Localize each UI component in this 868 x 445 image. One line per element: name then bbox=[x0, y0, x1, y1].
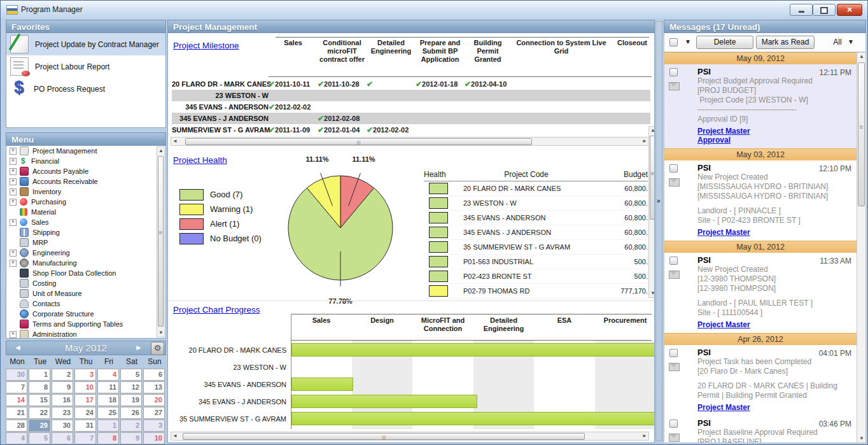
scroll-down-icon[interactable]: ▼ bbox=[858, 435, 865, 442]
menu-item-corporate-structure[interactable]: Corporate Structure bbox=[6, 309, 165, 319]
expand-icon[interactable]: + bbox=[10, 158, 17, 165]
project-milestone-link[interactable]: Project Milestone bbox=[173, 41, 239, 50]
calendar-day-cell[interactable]: 26 bbox=[120, 407, 142, 419]
calendar-next-icon[interactable]: ► bbox=[135, 341, 143, 355]
expand-icon[interactable]: + bbox=[10, 260, 17, 267]
calendar-day-cell[interactable]: 30 bbox=[6, 369, 27, 381]
calendar-day-cell[interactable]: 11 bbox=[97, 381, 119, 393]
close-button[interactable]: ✕ bbox=[837, 4, 862, 16]
calendar-day-cell[interactable]: 31 bbox=[74, 420, 96, 432]
messages-scrollbar-thumb[interactable] bbox=[858, 62, 865, 206]
calendar-gear-icon[interactable]: ⚙ bbox=[151, 342, 164, 355]
calendar-day-cell[interactable]: 3 bbox=[143, 420, 165, 432]
message-checkbox[interactable] bbox=[669, 257, 678, 265]
mark-as-read-button[interactable]: Mark as Read bbox=[756, 36, 815, 49]
scroll-left-icon[interactable]: ◄ bbox=[171, 432, 179, 440]
menu-item-costing[interactable]: Costing bbox=[6, 278, 165, 288]
message-checkbox[interactable] bbox=[669, 164, 678, 173]
calendar-day-cell[interactable]: 2 bbox=[52, 369, 73, 381]
progress-hscrollbar[interactable]: ◄ ► bbox=[171, 432, 649, 441]
calendar-day-cell[interactable]: 4 bbox=[97, 369, 119, 381]
calendar-day-cell[interactable]: 10 bbox=[143, 432, 165, 444]
scroll-left-icon[interactable]: ◄ bbox=[171, 138, 179, 145]
calendar-day-cell[interactable]: 13 bbox=[143, 381, 165, 393]
favorites-item-project-update-by-contract-manager[interactable]: Project Update by Contract Manager bbox=[6, 33, 165, 55]
expand-icon[interactable]: + bbox=[10, 148, 17, 155]
menu-item-material[interactable]: Material bbox=[6, 207, 165, 217]
filter-dropdown[interactable]: All bbox=[825, 36, 850, 49]
calendar-day-cell[interactable]: 19 bbox=[120, 394, 142, 406]
menu-item-terms-and-supporting-tables[interactable]: Terms and Supporting Tables bbox=[6, 319, 165, 329]
message-checkbox[interactable] bbox=[669, 68, 678, 76]
health-vscrollbar[interactable]: ▲ ▼ bbox=[648, 126, 655, 298]
messages-scrollbar[interactable]: ▲ ▼ bbox=[857, 52, 866, 443]
menu-item-inventory[interactable]: +Inventory bbox=[6, 187, 165, 197]
calendar-day-cell[interactable]: 14 bbox=[6, 394, 27, 406]
calendar-day-cell[interactable]: 4 bbox=[6, 432, 27, 444]
calendar-day-cell[interactable]: 5 bbox=[120, 369, 142, 381]
project-chart-progress-link[interactable]: Project Chart Progress bbox=[173, 305, 260, 314]
calendar-day-cell[interactable]: 17 bbox=[74, 394, 96, 406]
menu-item-administration[interactable]: +Administration bbox=[6, 329, 165, 339]
panel-splitter[interactable]: » bbox=[655, 21, 662, 441]
calendar-day-cell[interactable]: 8 bbox=[29, 381, 50, 393]
calendar-day-cell[interactable]: 6 bbox=[52, 432, 73, 444]
calendar-day-cell[interactable]: 21 bbox=[6, 407, 27, 419]
message-link-project-master[interactable]: Project Master bbox=[697, 320, 750, 329]
calendar-day-cell[interactable]: 10 bbox=[74, 381, 96, 393]
message-link-project-master[interactable]: Project Master bbox=[697, 228, 750, 237]
menu-item-contacts[interactable]: Contacts bbox=[6, 299, 165, 309]
menu-item-shipping[interactable]: Shipping bbox=[6, 227, 165, 237]
splitter-chevron-icon[interactable]: » bbox=[657, 197, 661, 204]
calendar-day-cell[interactable]: 23 bbox=[52, 407, 73, 419]
milestone-hscrollbar[interactable]: ◄ ► bbox=[171, 137, 649, 146]
calendar-day-cell[interactable]: 7 bbox=[74, 432, 96, 444]
calendar-day-cell[interactable]: 1 bbox=[97, 420, 119, 432]
message-link-approval[interactable]: Approval bbox=[697, 136, 731, 145]
scroll-up-icon[interactable]: ▲ bbox=[157, 147, 165, 155]
calendar-day-cell[interactable]: 15 bbox=[29, 394, 50, 406]
scroll-down-icon[interactable]: ▼ bbox=[157, 329, 165, 337]
project-health-link[interactable]: Project Health bbox=[173, 155, 227, 165]
expand-icon[interactable]: + bbox=[10, 199, 17, 206]
delete-button[interactable]: Delete bbox=[696, 36, 753, 49]
milestone-hscrollbar-thumb[interactable] bbox=[185, 138, 532, 145]
calendar-day-cell[interactable]: 24 bbox=[74, 407, 96, 419]
calendar-day-cell[interactable]: 8 bbox=[97, 432, 119, 444]
favorites-item-project-labour-report[interactable]: Project Labour Report bbox=[6, 55, 165, 78]
calendar-day-cell[interactable]: 2 bbox=[120, 420, 142, 432]
menu-item-accounts-receivable[interactable]: +Accounts Receivable bbox=[6, 176, 165, 187]
calendar-day-cell[interactable]: 16 bbox=[52, 394, 73, 406]
calendar-day-cell[interactable]: 5 bbox=[29, 432, 50, 444]
calendar-day-cell[interactable]: 20 bbox=[143, 394, 165, 406]
menu-scrollbar-thumb[interactable] bbox=[158, 156, 164, 327]
maximize-button[interactable] bbox=[813, 4, 836, 16]
favorites-item-po-process-request[interactable]: PO Process Request bbox=[6, 78, 165, 100]
calendar-day-cell[interactable]: 9 bbox=[52, 381, 73, 393]
calendar-day-cell[interactable]: 22 bbox=[29, 407, 50, 419]
calendar-day-cell[interactable]: 3 bbox=[74, 369, 96, 381]
menu-item-sales[interactable]: +Sales bbox=[6, 217, 165, 227]
menu-item-manufacturing[interactable]: +Manufacturing bbox=[6, 258, 165, 268]
menu-item-project-management[interactable]: +Project Management bbox=[6, 146, 165, 156]
menu-item-engineering[interactable]: +Engineering bbox=[6, 248, 165, 258]
expand-icon[interactable]: + bbox=[10, 168, 17, 175]
message-link-project-master[interactable]: Project Master bbox=[697, 127, 750, 136]
expand-icon[interactable]: + bbox=[10, 188, 17, 195]
calendar-day-cell[interactable]: 7 bbox=[6, 381, 27, 393]
expand-icon[interactable]: + bbox=[10, 331, 17, 338]
calendar-day-cell[interactable]: 30 bbox=[52, 420, 73, 432]
menu-item-shop-floor-data-collection[interactable]: Shop Floor Data Collection bbox=[6, 268, 165, 278]
minimize-button[interactable] bbox=[790, 4, 813, 16]
calendar-day-cell[interactable]: 12 bbox=[120, 381, 142, 393]
select-dropdown-icon[interactable]: ▼ bbox=[685, 38, 691, 45]
menu-item-accounts-payable[interactable]: +Accounts Payable bbox=[6, 166, 165, 176]
scroll-right-icon[interactable]: ► bbox=[641, 432, 648, 440]
filter-dropdown-icon[interactable]: ▼ bbox=[848, 38, 854, 45]
calendar-day-cell[interactable]: 18 bbox=[97, 394, 119, 406]
scroll-down-icon[interactable]: ▼ bbox=[649, 290, 655, 297]
scroll-up-icon[interactable]: ▲ bbox=[858, 53, 865, 60]
calendar-day-cell[interactable]: 1 bbox=[29, 369, 50, 381]
message-link-project-master[interactable]: Project Master bbox=[697, 403, 750, 412]
health-vscrollbar-thumb[interactable] bbox=[650, 136, 655, 220]
